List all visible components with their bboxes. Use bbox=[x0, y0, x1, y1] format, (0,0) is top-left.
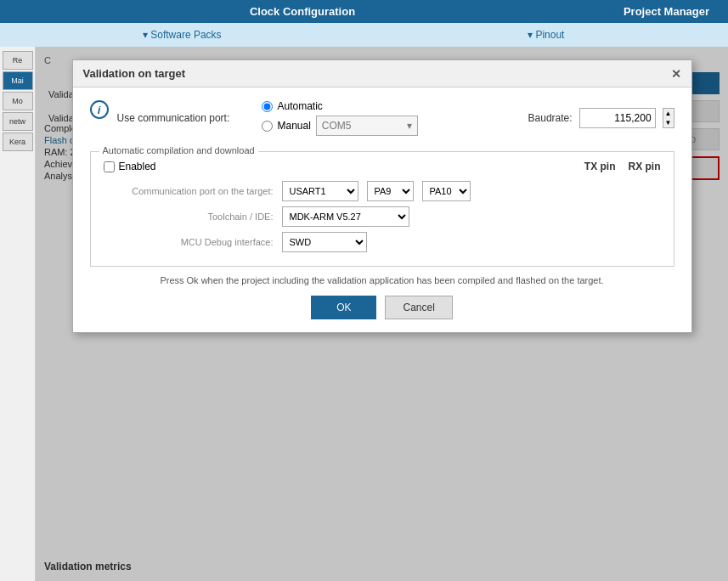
ok-button[interactable]: OK bbox=[311, 296, 376, 319]
baudrate-input[interactable] bbox=[579, 108, 656, 128]
auto-compile-box: Automatic compilation and download Enabl… bbox=[90, 151, 674, 267]
pinout-label: ▾ Pinout bbox=[528, 29, 564, 41]
auto-compile-header: Enabled TX pin RX pin bbox=[104, 161, 661, 172]
cancel-button[interactable]: Cancel bbox=[385, 296, 452, 319]
ok-cancel-row: OK Cancel bbox=[90, 296, 674, 319]
content-panel: C Validation inputs: Random numbers Vali… bbox=[36, 47, 728, 581]
manual-radio[interactable] bbox=[262, 121, 273, 132]
tx-pin-dropdown[interactable]: PA9 bbox=[367, 181, 414, 201]
pinout-menu[interactable]: ▾ Pinout bbox=[364, 29, 729, 41]
automatic-label: Automatic bbox=[278, 100, 323, 112]
main-area: Re Mai Mo netw Kera C Validation inputs:… bbox=[0, 47, 728, 581]
sidebar-btn-netw[interactable]: netw bbox=[3, 112, 33, 131]
project-manager-label: Project Manager bbox=[624, 5, 709, 18]
modal-overlay: Validation on target ✕ i Use communicati… bbox=[36, 47, 728, 581]
sidebar-btn-mo[interactable]: Mo bbox=[3, 92, 33, 110]
clock-config-tab[interactable]: Clock Configuration bbox=[0, 0, 605, 23]
validation-on-target-dialog: Validation on target ✕ i Use communicati… bbox=[72, 59, 692, 333]
sidebar-btn-kera[interactable]: Kera bbox=[3, 133, 33, 151]
baudrate-up-button[interactable]: ▲ bbox=[663, 109, 674, 118]
baudrate-group: Baudrate: ▲ ▼ bbox=[528, 108, 674, 128]
clock-config-label: Clock Configuration bbox=[250, 5, 355, 18]
dialog-body: i Use communication port: Automatic bbox=[73, 87, 691, 332]
dropdown-arrow-icon: ▾ bbox=[407, 120, 412, 132]
software-packs-label: ▾ Software Packs bbox=[143, 29, 222, 41]
enabled-label: Enabled bbox=[119, 161, 156, 172]
pin-labels: TX pin RX pin bbox=[389, 161, 661, 172]
info-icon: i bbox=[90, 100, 109, 119]
com-dropdown: COM5 ▾ bbox=[316, 116, 418, 136]
manual-label: Manual bbox=[278, 120, 311, 132]
sidebar: Re Mai Mo netw Kera bbox=[0, 47, 36, 581]
project-manager-tab[interactable]: Project Manager bbox=[605, 0, 728, 23]
sub-bar: ▾ Software Packs ▾ Pinout bbox=[0, 23, 728, 47]
baudrate-down-button[interactable]: ▼ bbox=[663, 118, 674, 127]
baudrate-spinner: ▲ ▼ bbox=[663, 108, 674, 128]
toolchain-row: Toolchain / IDE: MDK-ARM V5.27 bbox=[104, 206, 661, 227]
radio-group: Automatic Manual COM5 ▾ bbox=[262, 100, 418, 136]
comm-port-target-label: Communication port on the target: bbox=[104, 186, 274, 196]
mcu-debug-dropdown[interactable]: SWD bbox=[282, 232, 367, 252]
usart-dropdown[interactable]: USART1 bbox=[282, 181, 358, 201]
automatic-radio-label[interactable]: Automatic bbox=[262, 100, 418, 112]
dialog-close-button[interactable]: ✕ bbox=[671, 68, 681, 80]
info-text: Press Ok when the project including the … bbox=[90, 275, 674, 285]
comm-port-section: Use communication port: Automatic Manual bbox=[117, 100, 674, 141]
comm-port-label: Use communication port: bbox=[117, 112, 253, 124]
enabled-checkbox[interactable] bbox=[104, 161, 115, 172]
rx-pin-label: RX pin bbox=[629, 161, 661, 172]
com5-label: COM5 bbox=[322, 120, 352, 132]
dialog-titlebar: Validation on target ✕ bbox=[73, 60, 691, 87]
auto-compile-legend: Automatic compilation and download bbox=[99, 145, 258, 155]
tx-pin-label: TX pin bbox=[584, 161, 616, 172]
enabled-checkbox-label[interactable]: Enabled bbox=[104, 161, 156, 172]
toolchain-label: Toolchain / IDE: bbox=[104, 212, 274, 222]
mcu-debug-label: MCU Debug interface: bbox=[104, 237, 274, 247]
top-bar: Clock Configuration Project Manager bbox=[0, 0, 728, 23]
comm-port-row: Use communication port: Automatic Manual bbox=[117, 100, 674, 136]
comm-port-target-row: Communication port on the target: USART1… bbox=[104, 181, 661, 201]
automatic-radio[interactable] bbox=[262, 101, 273, 112]
dialog-title: Validation on target bbox=[83, 67, 186, 80]
mcu-debug-row: MCU Debug interface: SWD bbox=[104, 232, 661, 252]
sidebar-btn-re[interactable]: Re bbox=[3, 51, 33, 70]
toolchain-dropdown[interactable]: MDK-ARM V5.27 bbox=[282, 206, 409, 227]
baudrate-label: Baudrate: bbox=[528, 112, 573, 124]
manual-radio-label[interactable]: Manual COM5 ▾ bbox=[262, 116, 418, 136]
sidebar-btn-mai[interactable]: Mai bbox=[3, 71, 33, 90]
rx-pin-dropdown[interactable]: PA10 bbox=[422, 181, 471, 201]
software-packs-menu[interactable]: ▾ Software Packs bbox=[0, 29, 364, 41]
